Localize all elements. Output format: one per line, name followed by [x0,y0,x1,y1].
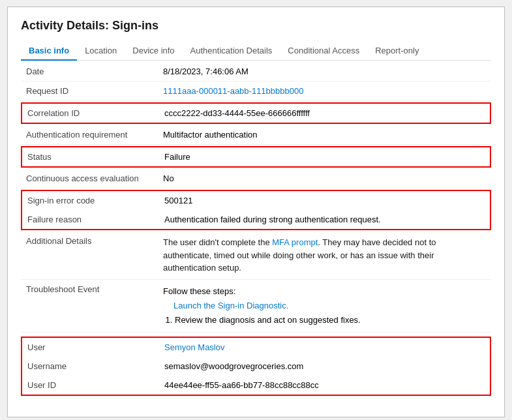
tab-authentication-details[interactable]: Authentication Details [183,42,280,61]
auth-req-table: Authentication requirement Multifactor a… [21,125,491,145]
additional-details-value: The user didn't complete the MFA prompt.… [158,232,491,279]
content-area: Date 8/18/2023, 7:46:06 AM Request ID 11… [21,61,491,396]
tab-bar: Basic info Location Device info Authenti… [21,42,491,61]
failure-reason-row: Failure reason Authentication failed dur… [22,210,490,229]
username-value: semaslov@woodgrovegroceries.com [159,357,490,376]
troubleshoot-label: Troubleshoot Event [21,280,158,333]
username-label: Username [22,357,159,376]
user-id-label: User ID [22,376,159,395]
request-id-row: Request ID 1111aaa-000011-aabb-111bbbbb0… [21,82,491,101]
troubleshoot-steps: Review the diagnosis and act on suggeste… [163,313,486,327]
date-label: Date [21,62,158,82]
sign-in-error-row: Sign-in error code 500121 [22,191,490,210]
troubleshoot-row: Troubleshoot Event Follow these steps: L… [21,280,491,333]
sign-in-error-label: Sign-in error code [22,191,159,210]
user-id-value: 44ee44ee-ff55-aa66-bb77-88cc88cc88cc [159,376,490,395]
auth-req-label: Authentication requirement [21,125,158,145]
status-label: Status [22,147,159,166]
troubleshoot-table: Troubleshoot Event Follow these steps: L… [21,280,491,333]
tab-report-only[interactable]: Report-only [367,42,427,61]
correlation-id-value: cccc2222-dd33-4444-55ee-666666ffffff [159,104,490,123]
additional-details-table: Additional Details The user didn't compl… [21,232,491,280]
tab-device-info[interactable]: Device info [125,42,182,61]
user-value: Semyon Maslov [159,338,490,357]
date-value: 8/18/2023, 7:46:06 AM [158,62,491,82]
date-row: Date 8/18/2023, 7:46:06 AM [21,62,491,82]
request-id-label: Request ID [21,82,158,101]
username-row: Username semaslov@woodgrovegroceries.com [22,357,490,376]
date-row-table: Date 8/18/2023, 7:46:06 AM Request ID 11… [21,62,491,101]
user-row: User Semyon Maslov [22,338,490,357]
auth-req-row: Authentication requirement Multifactor a… [21,125,491,145]
sign-in-error-value: 500121 [159,191,490,210]
correlation-id-label: Correlation ID [22,104,159,123]
continuous-value: No [158,169,491,188]
correlation-id-section: Correlation ID cccc2222-dd33-4444-55ee-6… [21,102,491,124]
troubleshoot-step-1: Review the diagnosis and act on suggeste… [175,313,486,327]
request-id-value: 1111aaa-000011-aabb-111bbbbb000 [158,82,491,101]
auth-req-value: Multifactor authentication [158,125,491,145]
error-section: Sign-in error code 500121 Failure reason… [21,190,491,230]
continuous-label: Continuous access evaluation [21,169,158,188]
failure-reason-value: Authentication failed during strong auth… [159,210,490,229]
tab-conditional-access[interactable]: Conditional Access [280,42,367,61]
continuous-table: Continuous access evaluation No [21,169,491,188]
user-link[interactable]: Semyon Maslov [164,342,224,352]
tab-basic-info[interactable]: Basic info [21,42,77,61]
user-label: User [22,338,159,357]
page-title: Activity Details: Sign-ins [21,19,491,33]
additional-details-label: Additional Details [21,232,158,279]
continuous-row: Continuous access evaluation No [21,169,491,188]
status-row: Status Failure [22,147,490,166]
user-id-row: User ID 44ee44ee-ff55-aa66-bb77-88cc88cc… [22,376,490,395]
troubleshoot-value: Follow these steps: Launch the Sign-in D… [158,280,491,333]
troubleshoot-follow: Follow these steps: [163,284,486,299]
troubleshoot-link[interactable]: Launch the Sign-in Diagnostic. [173,301,288,310]
tab-location[interactable]: Location [77,42,125,61]
status-section: Status Failure [21,146,491,168]
status-value: Failure [159,147,490,166]
user-section: User Semyon Maslov Username semaslov@woo… [21,337,491,396]
window: Activity Details: Sign-ins Basic info Lo… [7,7,505,417]
failure-reason-label: Failure reason [22,210,159,229]
additional-details-row: Additional Details The user didn't compl… [21,232,491,279]
correlation-id-row: Correlation ID cccc2222-dd33-4444-55ee-6… [22,104,490,123]
